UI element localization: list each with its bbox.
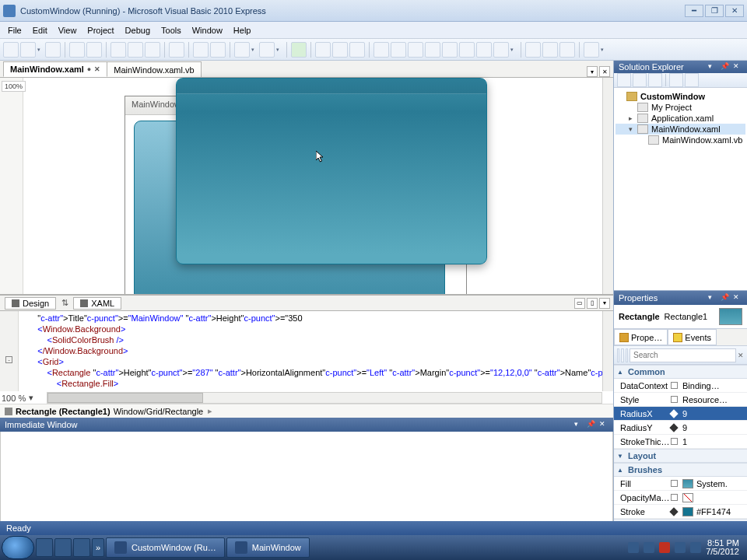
tree-codebehind-node[interactable]: MainWindow.xaml.vb [615,135,745,145]
add-item-button[interactable] [20,42,36,58]
split-horizontal-button[interactable]: ▭ [574,298,585,309]
error-list-button[interactable] [425,42,440,58]
panel-pin-button[interactable]: 📌 [721,62,730,72]
new-project-button[interactable] [3,42,19,58]
tab-mainwindow-xaml-vb[interactable]: MainWindow.xaml.vb [107,61,201,77]
properties-button[interactable] [617,73,631,87]
prop-row-stroke[interactable]: Stroke#FF1474 [614,505,747,519]
step-out-button[interactable] [349,42,365,58]
system-tray[interactable]: 8:51 PM 7/5/2012 [628,539,745,556]
taskbar-app-mainwindow[interactable]: MainWindow [226,537,310,558]
sort-alpha-button[interactable] [621,348,623,362]
panel-dropdown-button[interactable]: ▾ [708,62,717,72]
step-into-button[interactable] [315,42,331,58]
redo-button[interactable] [259,42,275,58]
menu-debug[interactable]: Debug [121,24,155,37]
tab-mainwindow-xaml[interactable]: MainWindow.xaml ● ✕ [3,61,107,77]
immediate-window-body[interactable] [0,432,613,522]
copy-button[interactable] [128,42,143,58]
tree-myproject-node[interactable]: My Project [615,102,745,113]
extension-manager-button[interactable] [525,42,541,58]
find-button[interactable] [169,42,184,58]
taskbar-clock[interactable]: 8:51 PM 7/5/2012 [706,539,739,556]
minimize-button[interactable]: ━ [685,5,703,17]
tray-flag-icon[interactable] [644,542,654,553]
prop-category-common[interactable]: ▲Common [614,365,747,379]
tray-volume-icon[interactable] [690,542,701,553]
toolbox-button[interactable] [408,42,423,58]
panel-pin-button[interactable]: 📌 [587,420,596,429]
tray-up-icon[interactable] [628,542,639,553]
start-button[interactable] [2,536,34,559]
menu-edit[interactable]: Edit [28,24,52,37]
other-windows-button[interactable] [493,42,509,58]
editor-vscrollbar[interactable] [602,311,613,391]
properties-header[interactable]: Properties ▾ 📌 ✕ [614,291,747,305]
task-list-button[interactable] [476,42,492,58]
show-all-files-button[interactable] [633,73,647,87]
refresh-button[interactable] [648,73,662,87]
swap-panes-button[interactable]: ⇅ [59,298,70,309]
save-button[interactable] [69,42,85,58]
tray-network-icon[interactable] [675,542,686,553]
tree-mainwindow-node[interactable]: ▾MainWindow.xaml [615,124,745,135]
menu-view[interactable]: View [54,24,82,37]
output-window-button[interactable] [459,42,475,58]
paste-button[interactable] [145,42,160,58]
tabs-dropdown-button[interactable]: ▾ [587,66,598,77]
view-designer-button[interactable] [685,73,699,87]
editor-content[interactable]: "c-attr">Title"c-punct">="MainWindow" "c… [28,313,602,391]
start-debug-button[interactable] [291,42,307,58]
designer-zoom-label[interactable]: 100% [2,81,26,92]
panel-close-button[interactable]: ✕ [733,293,742,303]
maximize-button[interactable]: ❐ [705,5,724,17]
running-app-window[interactable] [176,78,487,264]
split-vertical-button[interactable]: ▯ [587,298,598,309]
outline-toggle-icon[interactable]: - [5,356,12,363]
panel-dropdown-button[interactable]: ▾ [708,293,717,303]
design-view-tab[interactable]: Design [5,297,56,310]
designer-vscrollbar[interactable] [602,78,613,294]
menu-window[interactable]: Window [188,24,227,37]
step-over-button[interactable] [332,42,348,58]
xaml-editor[interactable]: - "c-attr">Title"c-punct">="MainWindow" … [0,310,613,404]
clear-search-button[interactable]: ✕ [738,350,744,361]
tabs-close-active-button[interactable]: ✕ [599,66,610,77]
tb-misc1-button[interactable] [542,42,558,58]
panel-pin-button[interactable]: 📌 [721,293,730,303]
editor-hscroll-thumb[interactable] [47,393,203,403]
prop-row-style[interactable]: StyleResource… [614,393,747,407]
properties-search-input[interactable] [630,348,736,362]
xaml-view-tab[interactable]: XAML [73,297,121,310]
prop-row-opacitymask[interactable]: OpacityMa… [614,491,747,505]
immediate-window-button[interactable] [442,42,458,58]
solution-tree[interactable]: CustomWindow My Project ▸Application.xam… [614,88,747,290]
properties-grid[interactable]: ▲Common DataContextBinding… StyleResourc… [614,365,747,533]
prop-row-fill[interactable]: FillSystem. [614,477,747,491]
view-code-button[interactable] [669,73,683,87]
properties-window-button[interactable] [391,42,406,58]
immediate-window-header[interactable]: Immediate Window ▾ 📌 ✕ [0,418,613,432]
save-all-button[interactable] [86,42,102,58]
prop-row-datacontext[interactable]: DataContextBinding… [614,379,747,393]
solution-explorer-button[interactable] [374,42,389,58]
menu-help[interactable]: Help [229,24,256,37]
uncomment-button[interactable] [210,42,226,58]
solution-explorer-header[interactable]: Solution Explorer ▾ 📌 ✕ [614,61,747,73]
cut-button[interactable] [110,42,126,58]
undo-button[interactable] [234,42,250,58]
breadcrumb-chevron-icon[interactable]: ▸ [208,406,212,416]
tree-appxaml-node[interactable]: ▸Application.xaml [615,113,745,124]
editor-zoom-control[interactable]: 100 %▾ [2,392,35,404]
sort-source-button[interactable] [626,348,628,362]
taskbar-app-vs[interactable]: CustomWindow (Ru… [106,537,225,558]
properties-tab-events[interactable]: Events [668,329,717,345]
prop-category-layout[interactable]: ▼Layout [614,449,747,463]
menu-project[interactable]: Project [82,24,118,37]
taskbar-explorer-icon[interactable] [36,538,53,557]
collapse-pane-button[interactable]: ▾ [599,298,610,309]
menu-tools[interactable]: Tools [156,24,186,37]
toolbar-options-button[interactable] [584,42,599,58]
tb-misc2-button[interactable] [559,42,575,58]
comment-button[interactable] [193,42,209,58]
